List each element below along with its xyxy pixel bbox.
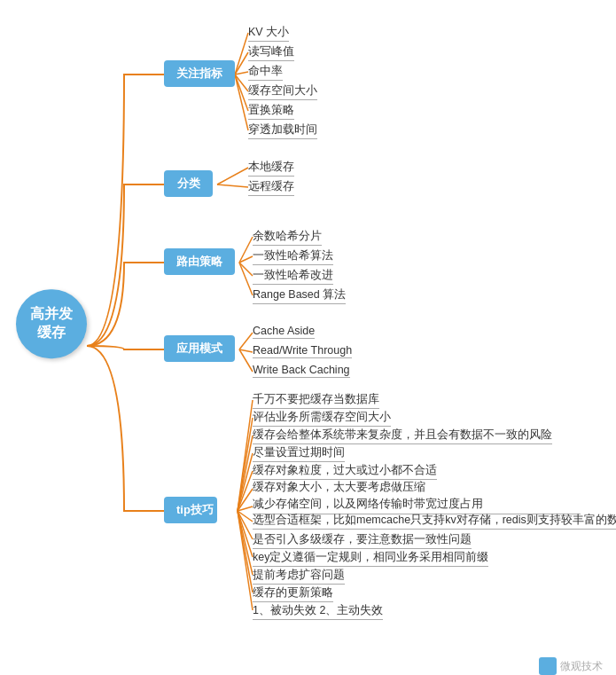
leaf-tip6: 缓存对象大小，太大要考虑做压缩减少存储空间，以及网络传输时带宽过度占用 — [253, 479, 581, 514]
svg-line-10 — [239, 263, 253, 276]
leaf-consistent-hash: 一致性哈希算法 — [253, 248, 333, 265]
svg-line-27 — [238, 511, 253, 610]
leaf-tip5: 缓存对象粒度，过大或过小都不合适 — [253, 463, 437, 480]
mindmap: 高并发缓存 关注指标 KV 大小 读写峰值 命中率 缓存空间大小 置换策略 穿透… — [0, 9, 616, 675]
leaf-read-write-peak: 读写峰值 — [248, 44, 294, 61]
svg-line-16 — [238, 418, 253, 511]
svg-line-9 — [239, 256, 253, 263]
category-tip: tip技巧 — [164, 497, 217, 523]
category-luyou: 路由策略 — [164, 248, 235, 275]
leaf-kv-size: KV 大小 — [248, 25, 289, 42]
svg-line-8 — [239, 237, 253, 263]
leaf-tip3: 缓存会给整体系统带来复杂度，并且会有数据不一致的风险 — [253, 428, 552, 444]
svg-line-17 — [238, 436, 253, 511]
svg-line-13 — [239, 349, 253, 352]
leaf-write-back: Write Back Caching — [253, 364, 350, 378]
leaf-tip8: 是否引入多级缓存，要注意数据一致性问题 — [253, 532, 472, 549]
svg-line-4 — [235, 75, 248, 111]
svg-line-25 — [238, 511, 253, 575]
category-fenlei: 分类 — [164, 170, 213, 197]
svg-line-1 — [235, 52, 248, 75]
svg-line-21 — [238, 506, 253, 511]
leaf-local-cache: 本地缓存 — [248, 160, 294, 177]
leaf-tip4: 尽量设置过期时间 — [253, 445, 345, 462]
leaf-range-based: Range Based 算法 — [253, 287, 346, 304]
svg-line-15 — [238, 400, 253, 511]
svg-line-23 — [238, 511, 253, 539]
leaf-tip10: 提前考虑扩容问题 — [253, 568, 345, 585]
svg-line-3 — [235, 75, 248, 91]
watermark-text: 微观技术 — [560, 659, 603, 674]
svg-line-7 — [217, 184, 248, 187]
svg-line-2 — [235, 72, 248, 75]
watermark: 微观技术 — [539, 657, 603, 675]
leaf-tip9: key定义遵循一定规则，相同业务采用相同前缀 — [253, 550, 488, 567]
svg-line-6 — [217, 168, 248, 184]
root-node: 高并发缓存 — [16, 289, 87, 358]
leaf-penetrate-time: 穿透加载时间 — [248, 122, 317, 139]
svg-line-5 — [235, 75, 248, 130]
category-guanzhi: 关注指标 — [164, 60, 235, 87]
leaf-replace-strategy: 置换策略 — [248, 103, 294, 120]
svg-line-20 — [238, 489, 253, 511]
leaf-read-write-through: Read/Write Through — [253, 344, 352, 358]
svg-line-19 — [238, 471, 253, 511]
leaf-tip1: 千万不要把缓存当数据库 — [253, 392, 379, 409]
svg-line-24 — [238, 511, 253, 557]
leaf-cache-aside: Cache Aside — [253, 325, 315, 339]
svg-line-0 — [235, 33, 248, 75]
svg-line-11 — [239, 263, 253, 295]
leaf-cache-space: 缓存空间大小 — [248, 83, 317, 100]
leaf-mod-hash: 余数哈希分片 — [253, 229, 322, 246]
svg-line-12 — [239, 333, 253, 349]
leaf-consistent-hash-improve: 一致性哈希改进 — [253, 268, 333, 285]
svg-line-18 — [238, 453, 253, 511]
leaf-remote-cache: 远程缓存 — [248, 179, 294, 196]
svg-line-22 — [238, 511, 253, 522]
leaf-tip2: 评估业务所需缓存空间大小 — [253, 410, 391, 427]
leaf-tip11: 缓存的更新策略 — [253, 585, 333, 602]
svg-line-14 — [239, 349, 253, 372]
page-container: 高并发缓存 关注指标 KV 大小 读写峰值 命中率 缓存空间大小 置换策略 穿透… — [0, 0, 616, 675]
leaf-hit-rate: 命中率 — [248, 64, 283, 81]
svg-line-26 — [238, 511, 253, 593]
category-yingyong: 应用模式 — [164, 335, 235, 362]
leaf-tip7: 选型合适框架，比如memcache只支持kv对存储，redis则支持较丰富的数据… — [253, 513, 616, 530]
watermark-icon — [539, 657, 557, 675]
leaf-tip12: 1、被动失效 2、主动失效 — [253, 603, 383, 620]
